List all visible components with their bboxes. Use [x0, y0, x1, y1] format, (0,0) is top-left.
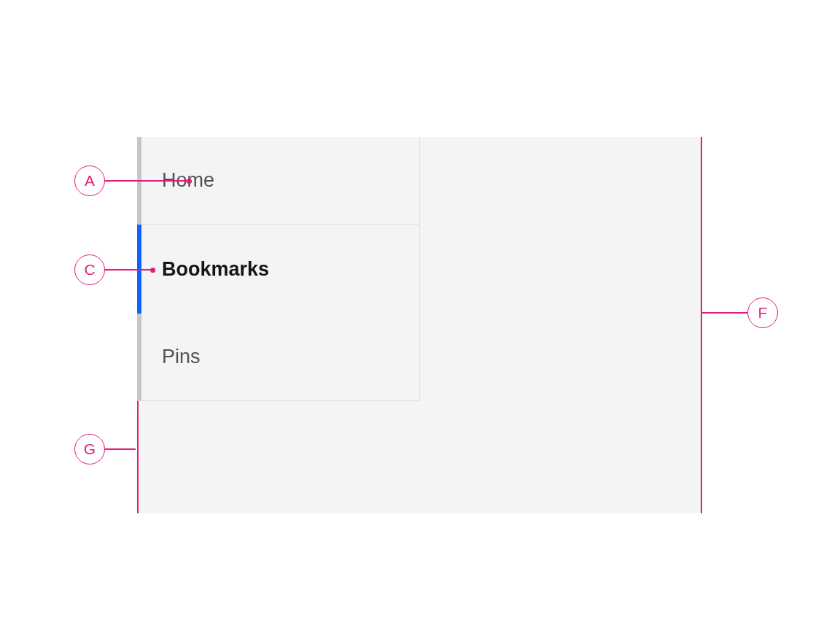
sidebar-item-label: Bookmarks: [162, 258, 269, 281]
sidebar-item-label: Pins: [162, 346, 201, 368]
annotation-lead: [105, 448, 136, 450]
annotation-G-bracket: [137, 401, 139, 513]
annotation-badge-A: A: [74, 166, 105, 196]
sidebar-nav: Home Bookmarks Pins: [137, 137, 420, 401]
annotation-F-callout: F: [701, 298, 778, 328]
annotation-lead: [701, 312, 747, 314]
sidebar-item-label: Home: [162, 169, 214, 192]
annotation-G-callout: G: [74, 434, 136, 464]
anatomy-panel: Home Bookmarks Pins: [137, 137, 701, 513]
annotation-badge-C: C: [74, 254, 105, 285]
sidebar-item-home[interactable]: Home: [137, 137, 419, 225]
sidebar-item-bookmarks[interactable]: Bookmarks: [137, 225, 419, 314]
annotation-badge-F: F: [747, 298, 778, 328]
annotation-badge-G: G: [74, 434, 105, 464]
annotation-F-bracket: [701, 137, 702, 513]
sidebar-item-pins[interactable]: Pins: [137, 314, 419, 401]
